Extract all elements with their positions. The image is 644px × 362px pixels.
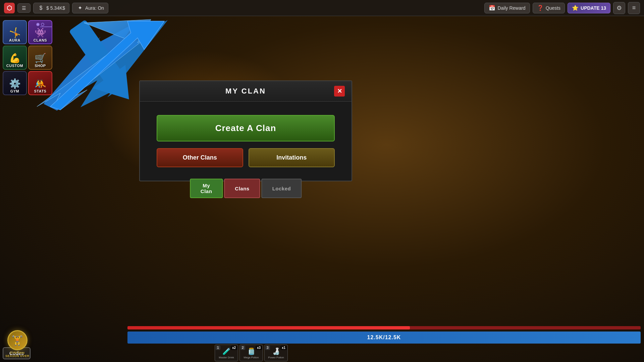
clans-nav-icon: 👾 (35, 28, 46, 38)
topbar-left: ⬡ ☰ $ $ 5.34K$ ✦ Aura: On (4, 3, 481, 13)
custom-nav-icon: 💪 (9, 54, 21, 63)
red-progress-fill (127, 326, 410, 329)
aura-icon: ✦ (76, 5, 83, 11)
inventory-item-2[interactable]: 2 x3 🫙 Mega Potion (239, 345, 263, 361)
item-3-icon: 🍶 (272, 347, 280, 355)
blue-progress-bar: 12.5K/12.5K (127, 331, 641, 344)
inventory-item-3[interactable]: 3 x1 🍶 Power Potion (264, 345, 288, 361)
gym-nav-icon: ⚙️ (9, 79, 21, 88)
nav-shop-button[interactable]: 🛒 SHOP (28, 46, 52, 70)
modal-body: Create A Clan Other Clans Invitations (140, 102, 352, 181)
nav-clans-button[interactable]: 👾 CLANS (28, 20, 52, 44)
daily-reward-button[interactable]: 📅 Daily Reward (484, 3, 530, 13)
nav-stats-button[interactable]: 🤼 STATS (28, 71, 52, 95)
more-button[interactable]: ≡ (628, 2, 640, 14)
topbar: ⬡ ☰ $ $ 5.34K$ ✦ Aura: On 📅 Daily Reward… (0, 0, 644, 16)
custom-nav-label: CUSTOM (6, 64, 23, 68)
item-2-count: x3 (256, 346, 262, 350)
sidenav: 🤸 AURA 👾 CLANS 💪 CUSTOM 🛒 SHOP ⚙️ GYM 🤼 … (3, 20, 52, 95)
gym-pass-container: 🏋️ GYM Pass SEASON OVER Codes (3, 347, 31, 359)
gym-pass-icon: 🏋️ (7, 330, 28, 350)
modal-close-button[interactable]: ✕ (334, 86, 345, 97)
shop-nav-label: SHOP (35, 64, 46, 68)
item-3-count: x1 (280, 346, 287, 350)
create-clan-button[interactable]: Create A Clan (157, 115, 335, 141)
settings-button[interactable]: ⚙ (613, 2, 625, 14)
tab-clans[interactable]: Clans (224, 179, 260, 198)
progress-area: 12.5K/12.5K (127, 326, 641, 344)
clans-circles (36, 23, 44, 26)
nav-aura-button[interactable]: 🤸 AURA (3, 20, 27, 44)
calendar-icon: 📅 (489, 5, 495, 11)
nav-gym-button[interactable]: ⚙️ GYM (3, 71, 27, 95)
currency-icon: $ (38, 5, 44, 11)
currency-value: $ 5.34K$ (46, 5, 65, 11)
modal-tabs: My Clan Clans Locked (190, 179, 302, 198)
modal-header: MY CLAN ✕ (140, 81, 352, 102)
inventory-item-1[interactable]: 1 x2 🧪 Master Drink (215, 345, 238, 361)
update-label: UPDATE 13 (581, 5, 606, 11)
update-button[interactable]: ⭐ UPDATE 13 (568, 3, 610, 13)
my-clan-modal: MY CLAN ✕ Create A Clan Other Clans Invi… (139, 80, 352, 181)
inventory-row: 1 x2 🧪 Master Drink 2 x3 🫙 Mega Potion 3… (215, 345, 288, 361)
item-1-count: x2 (231, 346, 237, 350)
aura-toggle[interactable]: ✦ Aura: On (72, 3, 108, 13)
circle-1 (36, 23, 40, 26)
gear-icon: ⚙ (616, 4, 622, 12)
item-1-icon: 🧪 (222, 347, 231, 355)
item-2-slot: 2 (240, 346, 245, 350)
gym-nav-label: GYM (10, 89, 19, 93)
item-1-slot: 1 (216, 346, 220, 350)
progress-text: 12.5K/12.5K (127, 331, 641, 344)
currency-display: $ $ 5.34K$ (33, 3, 69, 13)
invitations-button[interactable]: Invitations (249, 148, 335, 167)
stats-nav-label: STATS (34, 89, 47, 93)
question-icon: ❓ (537, 5, 544, 11)
circle-line (40, 26, 52, 27)
item-1-label: Master Drink (219, 356, 234, 359)
daily-reward-label: Daily Reward (497, 5, 525, 11)
season-over-text: SEASON OVER (5, 354, 30, 358)
topbar-right: 📅 Daily Reward ❓ Quests ⭐ UPDATE 13 ⚙ ≡ (484, 2, 640, 14)
red-progress-bar (127, 326, 641, 329)
shop-nav-icon: 🛒 (35, 54, 46, 63)
nav-custom-button[interactable]: 💪 CUSTOM (3, 46, 27, 70)
aura-status: Aura: On (85, 5, 104, 11)
modal-action-row: Other Clans Invitations (157, 148, 335, 167)
item-2-icon: 🫙 (247, 347, 256, 355)
item-3-label: Power Potion (268, 356, 284, 359)
aura-nav-icon: 🤸 (9, 28, 21, 38)
circle-2 (41, 23, 44, 26)
item-2-label: Mega Potion (244, 356, 259, 359)
menu-icon: ☰ (22, 5, 26, 11)
star-icon: ⭐ (572, 5, 579, 11)
gym-pass-button[interactable]: 🏋️ GYM Pass SEASON OVER (5, 330, 30, 358)
gym-pass-label: GYM Pass (10, 351, 25, 354)
modal-title: MY CLAN (157, 87, 334, 96)
other-clans-button[interactable]: Other Clans (157, 148, 243, 167)
stats-nav-icon: 🤼 (35, 79, 46, 88)
quests-button[interactable]: ❓ Quests (533, 3, 565, 13)
tab-locked[interactable]: Locked (262, 179, 302, 198)
clans-nav-label: CLANS (34, 38, 47, 42)
tab-my-clan[interactable]: My Clan (190, 179, 223, 198)
more-icon: ≡ (632, 4, 636, 11)
aura-nav-label: AURA (9, 38, 20, 42)
roblox-icon[interactable]: ⬡ (4, 3, 15, 13)
menu-button[interactable]: ☰ (17, 3, 31, 13)
quests-label: Quests (546, 5, 560, 11)
item-3-slot: 3 (265, 346, 270, 350)
